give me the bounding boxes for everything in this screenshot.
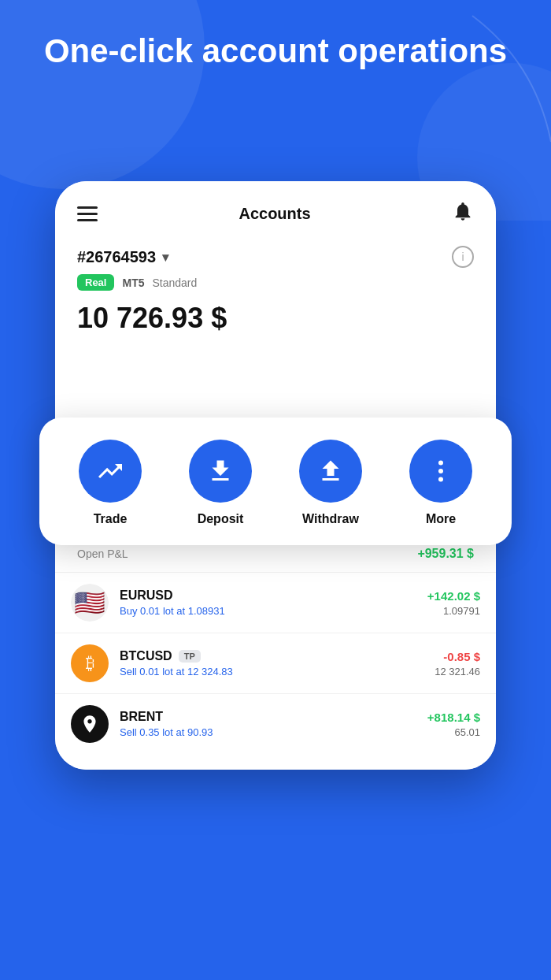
tag-mt5: MT5 [122,277,144,289]
avatar-eurusd: 🇺🇸 [71,584,109,622]
withdraw-label: Withdraw [302,512,359,526]
action-withdraw[interactable]: Withdraw [299,440,362,526]
info-icon[interactable]: i [452,246,474,268]
trade-pnl-btcusd: -0.85 $ [435,650,480,663]
trade-pnl-eurusd: +142.02 $ [427,589,480,603]
svg-point-2 [438,461,443,466]
trade-tag-tp: TP [179,650,201,663]
action-deposit[interactable]: Deposit [189,440,252,526]
withdraw-circle [299,440,362,503]
deposit-circle [189,440,252,503]
svg-point-3 [438,469,443,473]
account-number-text: #26764593 [77,248,156,266]
tag-real: Real [77,274,114,291]
action-more[interactable]: More [409,440,472,526]
trade-info-btcusd: BTCUSD TP Sell 0.01 lot at 12 324.83 [120,649,423,677]
trade-symbol-btcusd: BTCUSD TP [120,649,423,663]
trade-price-brent: 65.01 [427,726,480,738]
app-bar: Accounts [55,181,496,239]
trade-info-brent: BRENT Sell 0.35 lot at 90.93 [120,710,416,738]
trade-sub-brent: Sell 0.35 lot at 90.93 [120,726,416,738]
action-trade[interactable]: Trade [79,440,142,526]
account-number-row[interactable]: #26764593 ▾ [77,248,168,266]
hero-title: One-click account operations [0,32,551,71]
trade-symbol-eurusd: EURUSD [120,588,416,603]
trade-values-btcusd: -0.85 $ 12 321.46 [435,650,480,677]
trade-circle [79,440,142,503]
trade-values-brent: +818.14 $ 65.01 [427,711,480,738]
account-selector: #26764593 ▾ i Real MT5 Standard [55,239,496,291]
table-row[interactable]: 🇺🇸 EURUSD Buy 0.01 lot at 1.08931 +142.0… [55,572,496,633]
action-card: Trade Deposit Withdraw More [39,418,512,545]
trade-price-eurusd: 1.09791 [427,605,480,617]
trade-info-eurusd: EURUSD Buy 0.01 lot at 1.08931 [120,588,416,617]
app-title: Accounts [239,205,310,223]
trade-values-eurusd: +142.02 $ 1.09791 [427,589,480,617]
more-label: More [426,512,456,526]
table-row[interactable]: BRENT Sell 0.35 lot at 90.93 +818.14 $ 6… [55,693,496,754]
pnl-label: Open P&L [77,548,128,560]
avatar-btcusd: ₿ [71,644,109,682]
avatar-brent [71,705,109,743]
account-tags: Real MT5 Standard [77,274,474,291]
svg-point-4 [438,477,443,482]
pnl-value: +959.31 $ [417,547,474,561]
trade-sub-btcusd: Sell 0.01 lot at 12 324.83 [120,666,423,677]
notifications-icon[interactable] [452,200,474,227]
tag-standard: Standard [152,277,197,289]
table-row[interactable]: ₿ BTCUSD TP Sell 0.01 lot at 12 324.83 -… [55,633,496,693]
svg-point-0 [0,0,205,189]
account-balance: 10 726.93 $ [55,291,496,347]
hamburger-menu-icon[interactable] [77,206,98,221]
trade-price-btcusd: 12 321.46 [435,666,480,677]
trade-pnl-brent: +818.14 $ [427,711,480,724]
trade-sub-eurusd: Buy 0.01 lot at 1.08931 [120,605,416,617]
chevron-down-icon: ▾ [162,250,168,265]
deposit-label: Deposit [198,512,244,526]
more-circle [409,440,472,503]
trade-label: Trade [94,512,128,526]
trade-symbol-brent: BRENT [120,710,416,724]
